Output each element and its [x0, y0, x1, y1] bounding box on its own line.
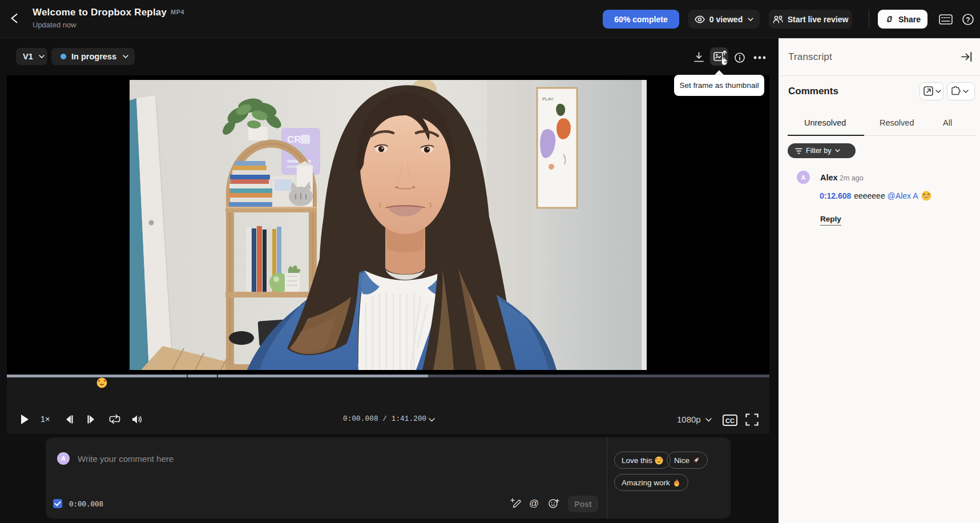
svg-text:CR: CR	[287, 134, 301, 145]
svg-text:CC: CC	[725, 417, 735, 424]
svg-text:?: ?	[966, 16, 970, 24]
svg-text:PLAY: PLAY	[542, 96, 554, 102]
